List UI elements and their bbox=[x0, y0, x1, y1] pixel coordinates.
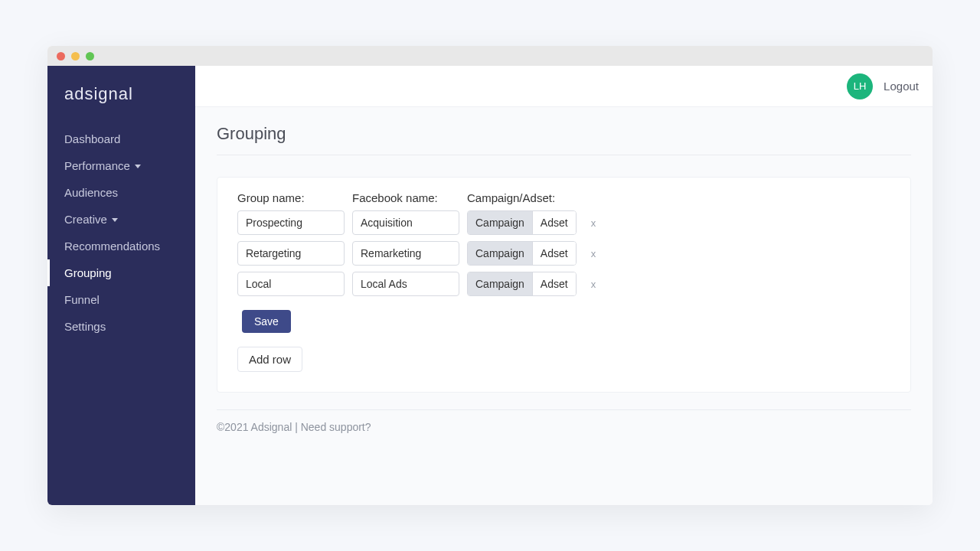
sidebar-item-performance[interactable]: Performance bbox=[47, 152, 195, 179]
content: Grouping Group name: Facebook name: Camp… bbox=[195, 107, 933, 505]
browser-window: adsignal DashboardPerformanceAudiencesCr… bbox=[47, 46, 933, 505]
facebook-name-input[interactable] bbox=[352, 241, 459, 266]
window-titlebar bbox=[47, 46, 933, 66]
chevron-down-icon bbox=[135, 165, 141, 168]
sidebar-item-label: Creative bbox=[64, 213, 107, 226]
sidebar-item-label: Funnel bbox=[64, 293, 100, 306]
grouping-row: CampaignAdsetx bbox=[237, 241, 890, 266]
footer-separator: | bbox=[292, 421, 300, 433]
grid-header: Group name: Facebook name: Campaign/Adse… bbox=[237, 191, 890, 204]
delete-row-button[interactable]: x bbox=[582, 217, 605, 229]
sidebar-item-settings[interactable]: Settings bbox=[47, 313, 195, 340]
group-name-input[interactable] bbox=[237, 210, 345, 235]
save-button[interactable]: Save bbox=[242, 310, 291, 333]
delete-row-button[interactable]: x bbox=[582, 248, 605, 259]
col-facebook-name: Facebook name: bbox=[352, 191, 459, 204]
grid-rows: CampaignAdsetxCampaignAdsetxCampaignAdse… bbox=[237, 210, 890, 296]
toggle-adset[interactable]: Adset bbox=[533, 211, 576, 234]
col-campaign-adset: Campaign/Adset: bbox=[467, 191, 574, 204]
sidebar-item-dashboard[interactable]: Dashboard bbox=[47, 126, 195, 152]
campaign-adset-toggle: CampaignAdset bbox=[467, 241, 577, 266]
footer-support-link[interactable]: Need support? bbox=[301, 421, 371, 433]
campaign-adset-toggle: CampaignAdset bbox=[467, 272, 577, 296]
sidebar-item-label: Dashboard bbox=[64, 132, 120, 145]
sidebar-item-funnel[interactable]: Funnel bbox=[47, 286, 195, 313]
toggle-campaign[interactable]: Campaign bbox=[468, 272, 533, 295]
footer: ©2021 Adsignal | Need support? bbox=[217, 409, 911, 433]
window-maximize-icon[interactable] bbox=[86, 52, 94, 60]
logout-link[interactable]: Logout bbox=[884, 80, 919, 93]
toggle-campaign[interactable]: Campaign bbox=[468, 211, 533, 234]
toggle-campaign[interactable]: Campaign bbox=[468, 242, 533, 265]
topbar: LH Logout bbox=[195, 66, 933, 107]
grouping-card: Group name: Facebook name: Campaign/Adse… bbox=[217, 177, 911, 393]
toggle-adset[interactable]: Adset bbox=[533, 272, 576, 295]
sidebar-item-recommendations[interactable]: Recommendations bbox=[47, 233, 195, 259]
campaign-adset-toggle: CampaignAdset bbox=[467, 210, 577, 235]
sidebar: adsignal DashboardPerformanceAudiencesCr… bbox=[47, 66, 195, 505]
sidebar-item-label: Recommendations bbox=[64, 240, 160, 253]
sidebar-item-label: Settings bbox=[64, 320, 106, 333]
avatar[interactable]: LH bbox=[847, 73, 873, 99]
delete-row-button[interactable]: x bbox=[582, 279, 605, 290]
window-minimize-icon[interactable] bbox=[71, 52, 80, 60]
add-row-button[interactable]: Add row bbox=[237, 347, 302, 372]
window-close-icon[interactable] bbox=[57, 52, 65, 60]
facebook-name-input[interactable] bbox=[352, 272, 459, 296]
sidebar-item-label: Grouping bbox=[64, 266, 112, 279]
sidebar-item-creative[interactable]: Creative bbox=[47, 206, 195, 233]
sidebar-item-label: Audiences bbox=[64, 186, 118, 199]
sidebar-nav: DashboardPerformanceAudiencesCreativeRec… bbox=[47, 126, 195, 340]
sidebar-item-grouping[interactable]: Grouping bbox=[47, 259, 195, 286]
brand-logo: adsignal bbox=[47, 80, 195, 126]
app-area: adsignal DashboardPerformanceAudiencesCr… bbox=[47, 66, 933, 505]
toggle-adset[interactable]: Adset bbox=[533, 242, 576, 265]
sidebar-item-label: Performance bbox=[64, 159, 130, 172]
grouping-row: CampaignAdsetx bbox=[237, 210, 890, 235]
page-title: Grouping bbox=[217, 124, 911, 155]
footer-copyright: ©2021 Adsignal bbox=[217, 421, 292, 433]
col-group-name: Group name: bbox=[237, 191, 345, 204]
main-area: LH Logout Grouping Group name: Facebook … bbox=[195, 66, 933, 505]
chevron-down-icon bbox=[112, 218, 118, 222]
group-name-input[interactable] bbox=[237, 272, 345, 296]
facebook-name-input[interactable] bbox=[352, 210, 459, 235]
grouping-row: CampaignAdsetx bbox=[237, 272, 890, 296]
group-name-input[interactable] bbox=[237, 241, 345, 266]
sidebar-item-audiences[interactable]: Audiences bbox=[47, 179, 195, 206]
